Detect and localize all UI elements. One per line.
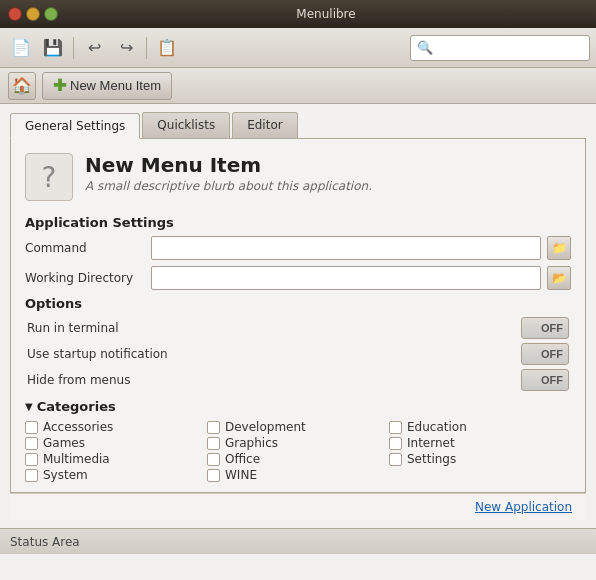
breadcrumb-bar: 🏠 ✚ New Menu Item bbox=[0, 68, 596, 104]
command-input[interactable] bbox=[151, 236, 541, 260]
startup-notification-toggle[interactable]: OFF bbox=[521, 343, 569, 365]
minimize-button[interactable] bbox=[26, 7, 40, 21]
list-item: Multimedia bbox=[25, 452, 207, 466]
office-checkbox[interactable] bbox=[207, 453, 220, 466]
folder-icon: 📁 bbox=[552, 241, 567, 255]
wine-label: WINE bbox=[225, 468, 257, 482]
wine-checkbox[interactable] bbox=[207, 469, 220, 482]
maximize-button[interactable] bbox=[44, 7, 58, 21]
undo-button[interactable]: ↩ bbox=[79, 33, 109, 63]
new-menu-item-button[interactable]: ✚ New Menu Item bbox=[42, 72, 172, 100]
app-icon[interactable]: ? bbox=[25, 153, 73, 201]
list-item bbox=[389, 468, 571, 482]
chevron-down-icon: ▼ bbox=[25, 401, 33, 412]
bottom-bar: New Application bbox=[10, 493, 586, 520]
application-settings-title: Application Settings bbox=[25, 215, 571, 230]
app-title: New Menu Item bbox=[85, 153, 372, 177]
hide-from-menus-toggle[interactable]: OFF bbox=[521, 369, 569, 391]
new-file-button[interactable]: 📄 bbox=[6, 33, 36, 63]
accessories-label: Accessories bbox=[43, 420, 113, 434]
system-label: System bbox=[43, 468, 88, 482]
education-label: Education bbox=[407, 420, 467, 434]
main-area: General Settings Quicklists Editor ? New… bbox=[0, 104, 596, 528]
tab-editor[interactable]: Editor bbox=[232, 112, 298, 138]
list-item: Games bbox=[25, 436, 207, 450]
categories-grid: Accessories Development Education Games bbox=[25, 420, 571, 482]
copy-button[interactable]: 📋 bbox=[152, 33, 182, 63]
new-menu-item-label: New Menu Item bbox=[70, 78, 161, 93]
working-directory-input[interactable] bbox=[151, 266, 541, 290]
redo-button[interactable]: ↪ bbox=[111, 33, 141, 63]
accessories-checkbox[interactable] bbox=[25, 421, 38, 434]
working-dir-browse-button[interactable]: 📂 bbox=[547, 266, 571, 290]
search-bar: 🔍 bbox=[410, 35, 590, 61]
command-browse-button[interactable]: 📁 bbox=[547, 236, 571, 260]
hide-from-menus-label: Hide from menus bbox=[27, 373, 130, 387]
list-item: Accessories bbox=[25, 420, 207, 434]
toolbar: 📄 💾 ↩ ↪ 📋 🔍 bbox=[0, 28, 596, 68]
search-input[interactable] bbox=[437, 41, 583, 55]
app-header: ? New Menu Item A small descriptive blur… bbox=[25, 153, 571, 201]
games-checkbox[interactable] bbox=[25, 437, 38, 450]
tab-quicklists[interactable]: Quicklists bbox=[142, 112, 230, 138]
command-row: Command 📁 bbox=[25, 236, 571, 260]
run-in-terminal-toggle[interactable]: OFF bbox=[521, 317, 569, 339]
app-subtitle: A small descriptive blurb about this app… bbox=[85, 179, 372, 193]
window-title: Menulibre bbox=[64, 7, 588, 21]
options-section: Options Run in terminal OFF Use startup … bbox=[25, 296, 571, 391]
categories-section: ▼ Categories Accessories Development Edu… bbox=[25, 399, 571, 482]
new-application-link[interactable]: New Application bbox=[475, 500, 572, 514]
list-item: Graphics bbox=[207, 436, 389, 450]
command-label: Command bbox=[25, 241, 145, 255]
games-label: Games bbox=[43, 436, 85, 450]
development-label: Development bbox=[225, 420, 306, 434]
app-info: New Menu Item A small descriptive blurb … bbox=[85, 153, 372, 193]
options-title: Options bbox=[25, 296, 571, 311]
list-item: Development bbox=[207, 420, 389, 434]
system-checkbox[interactable] bbox=[25, 469, 38, 482]
hide-from-menus-row: Hide from menus OFF bbox=[25, 369, 571, 391]
home-icon: 🏠 bbox=[12, 76, 32, 95]
folder-open-icon: 📂 bbox=[552, 271, 567, 285]
startup-notification-label: Use startup notification bbox=[27, 347, 168, 361]
office-label: Office bbox=[225, 452, 260, 466]
graphics-checkbox[interactable] bbox=[207, 437, 220, 450]
close-button[interactable] bbox=[8, 7, 22, 21]
multimedia-checkbox[interactable] bbox=[25, 453, 38, 466]
status-text: Status Area bbox=[10, 535, 80, 549]
list-item: Settings bbox=[389, 452, 571, 466]
content-panel: ? New Menu Item A small descriptive blur… bbox=[10, 139, 586, 493]
save-button[interactable]: 💾 bbox=[38, 33, 68, 63]
list-item: Office bbox=[207, 452, 389, 466]
categories-title: ▼ Categories bbox=[25, 399, 571, 414]
toolbar-separator bbox=[73, 37, 74, 59]
tabs: General Settings Quicklists Editor bbox=[10, 112, 586, 139]
settings-checkbox[interactable] bbox=[389, 453, 402, 466]
toolbar-separator-2 bbox=[146, 37, 147, 59]
working-directory-label: Working Directory bbox=[25, 271, 145, 285]
internet-checkbox[interactable] bbox=[389, 437, 402, 450]
graphics-label: Graphics bbox=[225, 436, 278, 450]
list-item: WINE bbox=[207, 468, 389, 482]
titlebar: Menulibre bbox=[0, 0, 596, 28]
run-in-terminal-row: Run in terminal OFF bbox=[25, 317, 571, 339]
working-directory-row: Working Directory 📂 bbox=[25, 266, 571, 290]
list-item: Education bbox=[389, 420, 571, 434]
window-controls bbox=[8, 7, 58, 21]
tab-general-settings[interactable]: General Settings bbox=[10, 113, 140, 139]
run-in-terminal-label: Run in terminal bbox=[27, 321, 119, 335]
list-item: System bbox=[25, 468, 207, 482]
status-bar: Status Area bbox=[0, 528, 596, 554]
home-button[interactable]: 🏠 bbox=[8, 72, 36, 100]
search-icon: 🔍 bbox=[417, 40, 433, 55]
question-mark-icon: ? bbox=[42, 161, 57, 194]
internet-label: Internet bbox=[407, 436, 455, 450]
multimedia-label: Multimedia bbox=[43, 452, 110, 466]
plus-icon: ✚ bbox=[53, 76, 66, 95]
development-checkbox[interactable] bbox=[207, 421, 220, 434]
settings-label: Settings bbox=[407, 452, 456, 466]
list-item: Internet bbox=[389, 436, 571, 450]
education-checkbox[interactable] bbox=[389, 421, 402, 434]
startup-notification-row: Use startup notification OFF bbox=[25, 343, 571, 365]
